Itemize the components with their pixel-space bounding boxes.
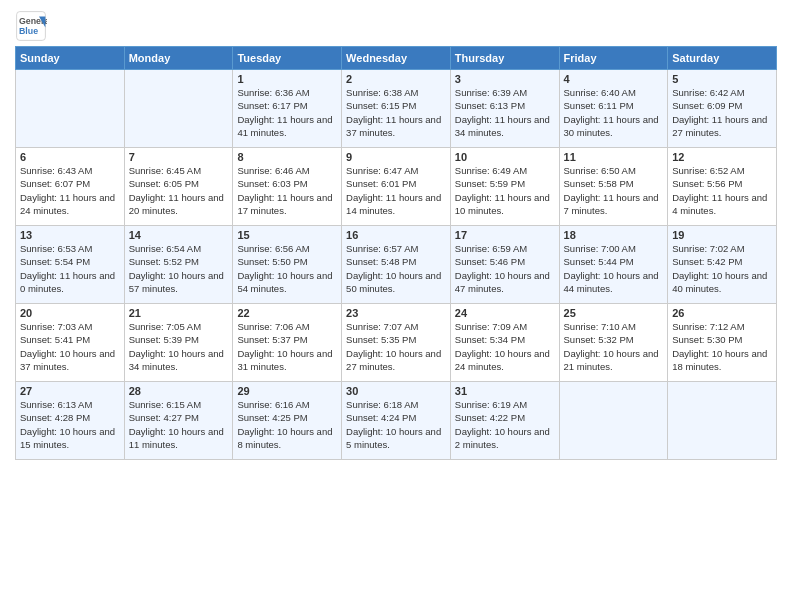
day-info: Sunrise: 6:19 AM Sunset: 4:22 PM Dayligh…	[455, 398, 555, 451]
day-info: Sunrise: 7:10 AM Sunset: 5:32 PM Dayligh…	[564, 320, 664, 373]
day-info: Sunrise: 6:49 AM Sunset: 5:59 PM Dayligh…	[455, 164, 555, 217]
day-number: 19	[672, 229, 772, 241]
day-number: 20	[20, 307, 120, 319]
day-number: 14	[129, 229, 229, 241]
day-info: Sunrise: 6:39 AM Sunset: 6:13 PM Dayligh…	[455, 86, 555, 139]
calendar-cell: 14Sunrise: 6:54 AM Sunset: 5:52 PM Dayli…	[124, 226, 233, 304]
day-number: 26	[672, 307, 772, 319]
day-number: 6	[20, 151, 120, 163]
calendar-table: SundayMondayTuesdayWednesdayThursdayFrid…	[15, 46, 777, 460]
day-number: 7	[129, 151, 229, 163]
day-number: 24	[455, 307, 555, 319]
day-info: Sunrise: 7:02 AM Sunset: 5:42 PM Dayligh…	[672, 242, 772, 295]
calendar-cell: 18Sunrise: 7:00 AM Sunset: 5:44 PM Dayli…	[559, 226, 668, 304]
day-info: Sunrise: 6:50 AM Sunset: 5:58 PM Dayligh…	[564, 164, 664, 217]
logo: General Blue	[15, 10, 47, 42]
day-number: 3	[455, 73, 555, 85]
day-info: Sunrise: 7:09 AM Sunset: 5:34 PM Dayligh…	[455, 320, 555, 373]
day-info: Sunrise: 6:42 AM Sunset: 6:09 PM Dayligh…	[672, 86, 772, 139]
day-info: Sunrise: 7:12 AM Sunset: 5:30 PM Dayligh…	[672, 320, 772, 373]
day-number: 4	[564, 73, 664, 85]
calendar-cell: 29Sunrise: 6:16 AM Sunset: 4:25 PM Dayli…	[233, 382, 342, 460]
col-header-monday: Monday	[124, 47, 233, 70]
day-info: Sunrise: 7:03 AM Sunset: 5:41 PM Dayligh…	[20, 320, 120, 373]
day-info: Sunrise: 6:47 AM Sunset: 6:01 PM Dayligh…	[346, 164, 446, 217]
day-info: Sunrise: 7:00 AM Sunset: 5:44 PM Dayligh…	[564, 242, 664, 295]
calendar-cell: 17Sunrise: 6:59 AM Sunset: 5:46 PM Dayli…	[450, 226, 559, 304]
day-number: 18	[564, 229, 664, 241]
calendar-week-1: 1Sunrise: 6:36 AM Sunset: 6:17 PM Daylig…	[16, 70, 777, 148]
day-info: Sunrise: 6:16 AM Sunset: 4:25 PM Dayligh…	[237, 398, 337, 451]
calendar-cell: 20Sunrise: 7:03 AM Sunset: 5:41 PM Dayli…	[16, 304, 125, 382]
day-info: Sunrise: 7:06 AM Sunset: 5:37 PM Dayligh…	[237, 320, 337, 373]
calendar-cell: 11Sunrise: 6:50 AM Sunset: 5:58 PM Dayli…	[559, 148, 668, 226]
calendar-cell: 15Sunrise: 6:56 AM Sunset: 5:50 PM Dayli…	[233, 226, 342, 304]
page-container: General Blue SundayMondayTuesdayWednesda…	[0, 0, 792, 465]
calendar-cell: 10Sunrise: 6:49 AM Sunset: 5:59 PM Dayli…	[450, 148, 559, 226]
calendar-week-2: 6Sunrise: 6:43 AM Sunset: 6:07 PM Daylig…	[16, 148, 777, 226]
calendar-week-3: 13Sunrise: 6:53 AM Sunset: 5:54 PM Dayli…	[16, 226, 777, 304]
day-info: Sunrise: 6:13 AM Sunset: 4:28 PM Dayligh…	[20, 398, 120, 451]
calendar-cell: 2Sunrise: 6:38 AM Sunset: 6:15 PM Daylig…	[342, 70, 451, 148]
col-header-wednesday: Wednesday	[342, 47, 451, 70]
day-number: 30	[346, 385, 446, 397]
day-info: Sunrise: 6:56 AM Sunset: 5:50 PM Dayligh…	[237, 242, 337, 295]
calendar-cell	[16, 70, 125, 148]
calendar-cell: 23Sunrise: 7:07 AM Sunset: 5:35 PM Dayli…	[342, 304, 451, 382]
day-number: 1	[237, 73, 337, 85]
calendar-cell: 12Sunrise: 6:52 AM Sunset: 5:56 PM Dayli…	[668, 148, 777, 226]
day-number: 5	[672, 73, 772, 85]
day-number: 17	[455, 229, 555, 241]
calendar-cell: 5Sunrise: 6:42 AM Sunset: 6:09 PM Daylig…	[668, 70, 777, 148]
day-number: 29	[237, 385, 337, 397]
header: General Blue	[15, 10, 777, 42]
day-info: Sunrise: 6:46 AM Sunset: 6:03 PM Dayligh…	[237, 164, 337, 217]
day-number: 2	[346, 73, 446, 85]
day-number: 15	[237, 229, 337, 241]
day-info: Sunrise: 7:05 AM Sunset: 5:39 PM Dayligh…	[129, 320, 229, 373]
calendar-cell: 30Sunrise: 6:18 AM Sunset: 4:24 PM Dayli…	[342, 382, 451, 460]
calendar-week-4: 20Sunrise: 7:03 AM Sunset: 5:41 PM Dayli…	[16, 304, 777, 382]
day-number: 23	[346, 307, 446, 319]
day-number: 11	[564, 151, 664, 163]
calendar-cell: 26Sunrise: 7:12 AM Sunset: 5:30 PM Dayli…	[668, 304, 777, 382]
calendar-header-row: SundayMondayTuesdayWednesdayThursdayFrid…	[16, 47, 777, 70]
day-info: Sunrise: 6:36 AM Sunset: 6:17 PM Dayligh…	[237, 86, 337, 139]
calendar-cell: 16Sunrise: 6:57 AM Sunset: 5:48 PM Dayli…	[342, 226, 451, 304]
calendar-cell: 21Sunrise: 7:05 AM Sunset: 5:39 PM Dayli…	[124, 304, 233, 382]
day-info: Sunrise: 6:57 AM Sunset: 5:48 PM Dayligh…	[346, 242, 446, 295]
day-info: Sunrise: 6:43 AM Sunset: 6:07 PM Dayligh…	[20, 164, 120, 217]
calendar-cell	[124, 70, 233, 148]
day-number: 22	[237, 307, 337, 319]
day-number: 21	[129, 307, 229, 319]
day-info: Sunrise: 6:40 AM Sunset: 6:11 PM Dayligh…	[564, 86, 664, 139]
day-number: 10	[455, 151, 555, 163]
day-info: Sunrise: 6:53 AM Sunset: 5:54 PM Dayligh…	[20, 242, 120, 295]
logo-icon: General Blue	[15, 10, 47, 42]
day-number: 25	[564, 307, 664, 319]
col-header-saturday: Saturday	[668, 47, 777, 70]
day-number: 8	[237, 151, 337, 163]
day-number: 16	[346, 229, 446, 241]
day-info: Sunrise: 6:38 AM Sunset: 6:15 PM Dayligh…	[346, 86, 446, 139]
calendar-cell: 1Sunrise: 6:36 AM Sunset: 6:17 PM Daylig…	[233, 70, 342, 148]
calendar-cell: 25Sunrise: 7:10 AM Sunset: 5:32 PM Dayli…	[559, 304, 668, 382]
calendar-cell	[668, 382, 777, 460]
day-number: 9	[346, 151, 446, 163]
calendar-week-5: 27Sunrise: 6:13 AM Sunset: 4:28 PM Dayli…	[16, 382, 777, 460]
col-header-tuesday: Tuesday	[233, 47, 342, 70]
calendar-cell: 8Sunrise: 6:46 AM Sunset: 6:03 PM Daylig…	[233, 148, 342, 226]
calendar-cell: 3Sunrise: 6:39 AM Sunset: 6:13 PM Daylig…	[450, 70, 559, 148]
col-header-sunday: Sunday	[16, 47, 125, 70]
calendar-cell: 27Sunrise: 6:13 AM Sunset: 4:28 PM Dayli…	[16, 382, 125, 460]
calendar-cell: 22Sunrise: 7:06 AM Sunset: 5:37 PM Dayli…	[233, 304, 342, 382]
calendar-cell: 13Sunrise: 6:53 AM Sunset: 5:54 PM Dayli…	[16, 226, 125, 304]
calendar-cell	[559, 382, 668, 460]
day-number: 12	[672, 151, 772, 163]
day-number: 27	[20, 385, 120, 397]
calendar-cell: 31Sunrise: 6:19 AM Sunset: 4:22 PM Dayli…	[450, 382, 559, 460]
day-number: 31	[455, 385, 555, 397]
day-info: Sunrise: 7:07 AM Sunset: 5:35 PM Dayligh…	[346, 320, 446, 373]
calendar-cell: 9Sunrise: 6:47 AM Sunset: 6:01 PM Daylig…	[342, 148, 451, 226]
calendar-cell: 28Sunrise: 6:15 AM Sunset: 4:27 PM Dayli…	[124, 382, 233, 460]
